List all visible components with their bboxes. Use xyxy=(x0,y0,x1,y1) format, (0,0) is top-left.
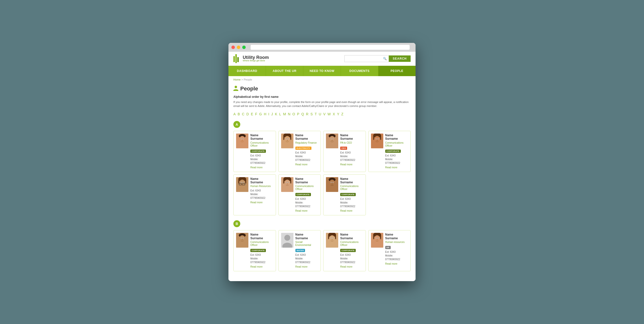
browser-window: Utility Room Where things get done 🔍 SEA… xyxy=(228,43,416,281)
card-name: NameSurname xyxy=(296,177,318,184)
card-ext: Ext: 6343 xyxy=(250,189,273,192)
card-name: NameSurname xyxy=(250,177,273,184)
alpha-g[interactable]: G xyxy=(259,112,262,116)
read-more-link[interactable]: Read more xyxy=(296,163,308,166)
search-button[interactable]: SEARCH xyxy=(389,56,410,62)
alpha-k[interactable]: K xyxy=(275,112,277,116)
alpha-p[interactable]: P xyxy=(297,112,299,116)
svg-point-115 xyxy=(374,235,380,241)
person-card: NameSurnameCommunications OfficerCORPORA… xyxy=(323,174,366,216)
alpha-z[interactable]: Z xyxy=(341,112,344,116)
read-more-link[interactable]: Read more xyxy=(340,265,352,268)
card-avatar xyxy=(236,177,248,192)
alpha-l[interactable]: L xyxy=(279,112,281,116)
card-name: NameSurname xyxy=(250,233,273,240)
alpha-a[interactable]: A xyxy=(234,112,236,116)
card-info: NameSurnameCommunications OfficerCORPORA… xyxy=(385,134,408,169)
svg-point-78 xyxy=(330,180,335,186)
svg-point-93 xyxy=(242,239,243,240)
card-name: NameSurname xyxy=(296,233,318,240)
nav-need-to-know[interactable]: NEED TO KNOW xyxy=(303,66,341,76)
alpha-b[interactable]: B xyxy=(238,112,240,116)
alphabet-row: ABCDEFGHIJKLMNOPQRSTUVWXYZ xyxy=(234,112,410,116)
nav-documents[interactable]: DOCUMENTS xyxy=(341,66,378,76)
read-more-link[interactable]: Read more xyxy=(340,209,352,212)
card-name: NameSurname xyxy=(385,233,408,240)
search-input[interactable] xyxy=(344,55,389,62)
address-bar[interactable] xyxy=(250,45,410,50)
svg-point-33 xyxy=(333,138,333,139)
alpha-t[interactable]: T xyxy=(314,112,317,116)
alpha-i[interactable]: I xyxy=(268,112,269,116)
dept-badge: HR xyxy=(385,246,391,249)
svg-rect-2 xyxy=(237,57,239,62)
card-mobile: Mobile: 07795965922 xyxy=(340,201,363,208)
card-info: NameSurnameCommunications OfficerCORPORA… xyxy=(250,233,273,268)
svg-point-119 xyxy=(378,238,378,238)
alpha-s[interactable]: S xyxy=(310,112,313,116)
person-card: NameSurnameCommunications OfficerCORPORA… xyxy=(278,174,321,216)
alpha-d[interactable]: D xyxy=(246,112,249,116)
card-avatar xyxy=(326,134,338,148)
nav-about[interactable]: ABOUT THE UR xyxy=(266,66,303,76)
breadcrumb-home[interactable]: Home xyxy=(234,78,240,81)
card-name: NameSurname xyxy=(340,134,363,141)
alpha-n[interactable]: N xyxy=(288,112,290,116)
dept-badge: CEO xyxy=(340,147,347,150)
card-name: NameSurname xyxy=(340,177,363,184)
read-more-link[interactable]: Read more xyxy=(250,265,262,268)
minimize-button[interactable] xyxy=(237,46,240,49)
svg-point-92 xyxy=(243,238,244,238)
close-button[interactable] xyxy=(232,46,235,49)
read-more-link[interactable]: Read more xyxy=(296,209,308,212)
svg-point-68 xyxy=(284,180,290,186)
card-mobile: Mobile: 07795965922 xyxy=(296,154,318,162)
card-ext: Ext: 6343 xyxy=(250,154,273,157)
section-a: A NameSurnameCommunications OfficerCORPO… xyxy=(234,121,410,216)
search-icon: 🔍 xyxy=(383,57,387,60)
search-area: 🔍 SEARCH xyxy=(344,55,410,62)
alpha-m[interactable]: M xyxy=(283,112,286,116)
description: If you need any changes made to your pro… xyxy=(234,100,410,108)
card-info: NameSurnameCommunications OfficerCORPORA… xyxy=(340,233,363,268)
svg-point-106 xyxy=(331,238,331,238)
card-ext: Ext: 6343 xyxy=(296,253,318,257)
alpha-h[interactable]: H xyxy=(264,112,266,116)
alpha-v[interactable]: V xyxy=(323,112,326,116)
read-more-link[interactable]: Read more xyxy=(385,166,397,169)
logo-name: Utility Room xyxy=(243,55,269,60)
svg-point-83 xyxy=(332,184,332,184)
nav-people[interactable]: PEOPLE xyxy=(378,66,416,76)
card-mobile: Mobile: 07795965922 xyxy=(296,257,318,264)
read-more-link[interactable]: Read more xyxy=(250,166,262,169)
alpha-u[interactable]: U xyxy=(319,112,321,116)
card-ext: Ext: 6343 xyxy=(385,250,408,254)
person-card: NameSurnameHuman resourcesHRExt: 6343Mob… xyxy=(368,230,411,271)
nav-dashboard[interactable]: DASHBOARD xyxy=(228,66,266,76)
card-name: NameSurname xyxy=(250,134,273,141)
svg-point-22 xyxy=(286,138,286,139)
alpha-q[interactable]: Q xyxy=(301,112,304,116)
svg-point-32 xyxy=(331,138,331,139)
alpha-c[interactable]: C xyxy=(242,112,244,116)
read-more-link[interactable]: Read more xyxy=(250,201,262,204)
alpha-y[interactable]: Y xyxy=(337,112,339,116)
alpha-o[interactable]: O xyxy=(292,112,295,116)
person-card: NameSurnameSocial/ EnvironmentalWATERExt… xyxy=(278,230,321,271)
card-ext: Ext: 6343 xyxy=(296,197,318,201)
read-more-link[interactable]: Read more xyxy=(385,262,397,265)
alpha-w[interactable]: W xyxy=(328,112,330,116)
card-role: Human Resources xyxy=(250,185,273,188)
alpha-j[interactable]: J xyxy=(271,112,273,116)
read-more-link[interactable]: Read more xyxy=(296,265,308,268)
breadcrumb-separator: > xyxy=(241,78,244,81)
dept-badge: CORPORATE xyxy=(250,150,266,153)
read-more-link[interactable]: Read more xyxy=(340,163,352,166)
card-info: NameSurnameCommunications OfficerCORPORA… xyxy=(340,177,363,213)
alpha-f[interactable]: F xyxy=(255,112,257,116)
alpha-e[interactable]: E xyxy=(251,112,253,116)
alpha-r[interactable]: R xyxy=(306,112,308,116)
svg-point-12 xyxy=(242,140,243,141)
alpha-x[interactable]: X xyxy=(333,112,335,116)
maximize-button[interactable] xyxy=(242,46,246,49)
